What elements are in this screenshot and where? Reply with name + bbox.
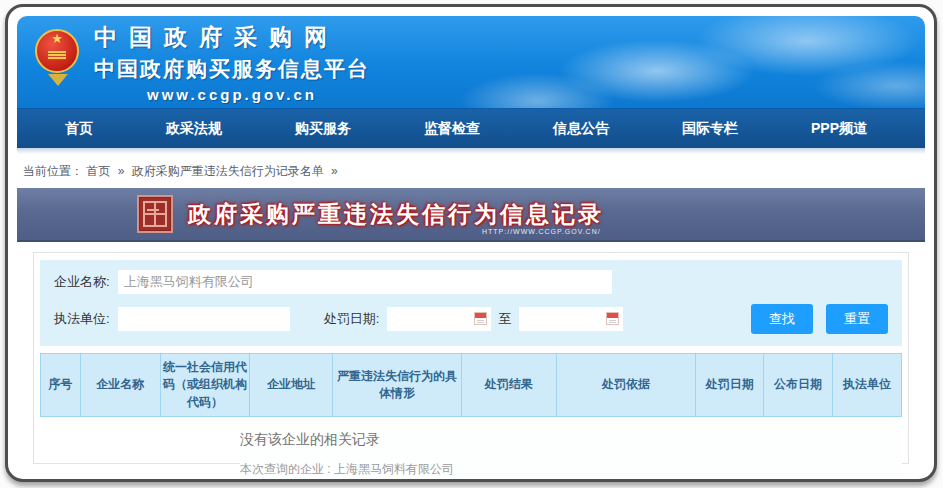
search-form: 企业名称: 执法单位: 处罚日期: 至 查找 重置 (40, 260, 902, 346)
queried-time-line: 本次查询的时间 : 2022年08月18日 15时12分 (240, 480, 902, 482)
national-emblem-icon: ★ (35, 29, 81, 95)
no-record-message: 没有该企业的相关记录 (240, 431, 902, 449)
company-name-input[interactable] (118, 270, 612, 294)
reset-button[interactable]: 重置 (826, 304, 888, 334)
results-table: 序号 企业名称 统一社会信用代码（或组织机构代码） 企业地址 严重违法失信行为的… (40, 353, 902, 417)
nav-item-regulations[interactable]: 政采法规 (166, 120, 222, 138)
calendar-icon[interactable] (474, 312, 487, 325)
col-header-index: 序号 (41, 354, 81, 417)
nav-item-ppp-channel[interactable]: PPP频道 (811, 120, 867, 138)
breadcrumb-label: 当前位置： (23, 164, 83, 178)
col-header-address: 企业地址 (250, 354, 333, 417)
nav-item-supervision[interactable]: 监督检查 (424, 120, 480, 138)
table-header-row: 序号 企业名称 统一社会信用代码（或组织机构代码） 企业地址 严重违法失信行为的… (41, 354, 902, 417)
emblem-circle: ★ (35, 29, 79, 73)
penalty-date-label: 处罚日期: (324, 310, 380, 328)
col-header-violation: 严重违法失信行为的具体情形 (332, 354, 461, 417)
col-header-penalty-result: 处罚结果 (461, 354, 556, 417)
agency-label: 执法单位: (54, 310, 110, 328)
browser-page-frame: ★ 中国政府采购网 中国政府购买服务信息平台 www.ccgp.gov.cn 首… (5, 4, 937, 482)
query-result-block: 没有该企业的相关记录 本次查询的企业 : 上海黑马饲料有限公司 本次查询的时间 … (240, 431, 902, 482)
col-header-company: 企业名称 (80, 354, 160, 417)
emblem-base (48, 74, 68, 86)
content-panel: 企业名称: 执法单位: 处罚日期: 至 查找 重置 (33, 252, 909, 464)
banner-url-text: HTTP://WWW.CCGP.GOV.CN/ (482, 228, 601, 235)
site-header: ★ 中国政府采购网 中国政府购买服务信息平台 www.ccgp.gov.cn (17, 16, 925, 108)
date-to-label: 至 (498, 310, 511, 328)
date-from-wrap (387, 307, 491, 331)
nav-item-announcements[interactable]: 信息公告 (553, 120, 609, 138)
breadcrumb-page-link[interactable]: 政府采购严重违法失信行为记录名单 (132, 164, 324, 178)
site-url: www.ccgp.gov.cn (94, 86, 370, 103)
col-header-penalty-basis: 处罚依据 (556, 354, 695, 417)
form-buttons: 查找 重置 (751, 304, 888, 334)
star-icon: ★ (37, 32, 77, 46)
agency-input[interactable] (118, 307, 290, 331)
form-row-filters: 执法单位: 处罚日期: 至 查找 重置 (54, 304, 888, 334)
page-banner: 政府采购严重违法失信行为信息记录 HTTP://WWW.CCGP.GOV.CN/ (17, 188, 925, 242)
site-title-main: 中国政府采购网 (94, 22, 370, 53)
nav-item-purchase-service[interactable]: 购买服务 (295, 120, 351, 138)
company-name-label: 企业名称: (54, 273, 110, 291)
site-title-sub: 中国政府购买服务信息平台 (94, 55, 370, 83)
calendar-icon[interactable] (606, 312, 619, 325)
main-nav: 首页 政采法规 购买服务 监督检查 信息公告 国际专栏 PPP频道 (17, 108, 925, 148)
date-to-wrap (519, 307, 623, 331)
search-button[interactable]: 查找 (751, 304, 813, 334)
breadcrumb-separator-2: » (331, 164, 338, 178)
nav-item-international[interactable]: 国际专栏 (682, 120, 738, 138)
col-header-publish-date: 公布日期 (764, 354, 833, 417)
col-header-agency: 执法单位 (833, 354, 902, 417)
breadcrumb: 当前位置： 首页 » 政府采购严重违法失信行为记录名单 » (17, 154, 925, 188)
gate-icon (48, 51, 66, 60)
col-header-credit-code: 统一社会信用代码（或组织机构代码） (160, 354, 250, 417)
seal-icon (137, 195, 173, 233)
breadcrumb-separator: » (118, 164, 125, 178)
page-title: 政府采购严重违法失信行为信息记录 (188, 199, 604, 230)
site-title-block: 中国政府采购网 中国政府购买服务信息平台 www.ccgp.gov.cn (94, 22, 370, 103)
nav-item-home[interactable]: 首页 (65, 120, 93, 138)
col-header-penalty-date: 处罚日期 (696, 354, 764, 417)
form-row-company: 企业名称: (54, 270, 888, 294)
queried-company-line: 本次查询的企业 : 上海黑马饲料有限公司 (240, 458, 902, 480)
seal-pattern (143, 201, 167, 227)
breadcrumb-home-link[interactable]: 首页 (86, 164, 110, 178)
